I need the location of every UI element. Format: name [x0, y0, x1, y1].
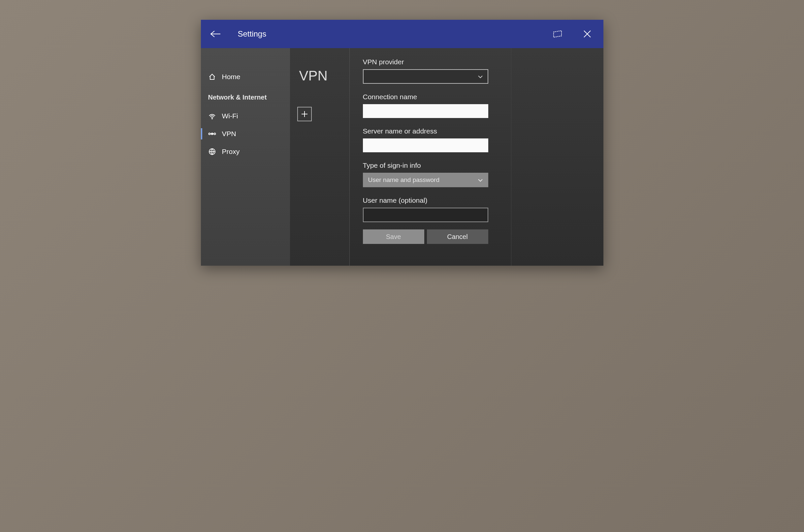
- titlebar: Settings: [201, 20, 603, 48]
- sidebar-item-vpn[interactable]: VPN: [201, 125, 290, 143]
- server-input[interactable]: [363, 138, 488, 152]
- sidebar-item-wifi[interactable]: Wi-Fi: [201, 107, 290, 125]
- connection-name-label: Connection name: [363, 93, 498, 101]
- vpn-provider-label: VPN provider: [363, 58, 498, 66]
- add-vpn-button[interactable]: [297, 107, 312, 121]
- close-button[interactable]: [579, 26, 596, 42]
- app-title: Settings: [238, 29, 536, 39]
- vpn-icon: [208, 130, 216, 137]
- home-icon: [208, 73, 216, 80]
- window-mode-button[interactable]: [549, 26, 566, 42]
- dialog-buttons: Save Cancel: [363, 229, 488, 244]
- dropdown-selected: User name and password: [368, 176, 440, 184]
- username-input[interactable]: [363, 208, 488, 222]
- sidebar-item-proxy[interactable]: Proxy: [201, 143, 290, 160]
- chevron-down-icon: [478, 73, 483, 80]
- sidebar-item-home[interactable]: Home: [201, 68, 290, 86]
- right-pane: [511, 48, 603, 266]
- plus-icon: [301, 110, 308, 118]
- sidebar-item-label: VPN: [222, 130, 236, 138]
- connection-name-input[interactable]: [363, 104, 488, 118]
- vpn-provider-dropdown[interactable]: [363, 69, 488, 84]
- svg-point-0: [212, 118, 213, 119]
- add-vpn-dialog: VPN provider Connection name Server name…: [349, 48, 511, 266]
- wifi-icon: [208, 112, 216, 120]
- sidebar-item-label: Proxy: [222, 148, 240, 156]
- close-icon: [583, 30, 591, 38]
- username-label: User name (optional): [363, 196, 498, 204]
- chevron-down-icon: [478, 177, 483, 184]
- svg-point-1: [208, 133, 210, 135]
- cancel-button[interactable]: Cancel: [427, 229, 488, 244]
- signin-type-label: Type of sign-in info: [363, 162, 498, 169]
- sidebar-item-label: Wi-Fi: [222, 112, 238, 120]
- svg-point-2: [214, 133, 216, 135]
- signin-type-dropdown[interactable]: User name and password: [363, 173, 488, 187]
- save-button[interactable]: Save: [363, 229, 424, 244]
- sidebar-section-header: Network & Internet: [201, 86, 290, 107]
- page-title: VPN: [299, 68, 328, 84]
- back-arrow-icon: [210, 30, 221, 38]
- sidebar: Home Network & Internet Wi-Fi VPN Proxy: [201, 48, 290, 266]
- back-button[interactable]: [209, 27, 222, 40]
- window: Settings Home Network & Internet Wi-Fi: [201, 20, 603, 266]
- page-background: VPN: [290, 48, 349, 266]
- sidebar-item-label: Home: [222, 73, 240, 81]
- server-label: Server name or address: [363, 127, 498, 135]
- slate-icon: [552, 29, 564, 39]
- globe-icon: [208, 148, 216, 155]
- window-body: Home Network & Internet Wi-Fi VPN Proxy: [201, 48, 603, 266]
